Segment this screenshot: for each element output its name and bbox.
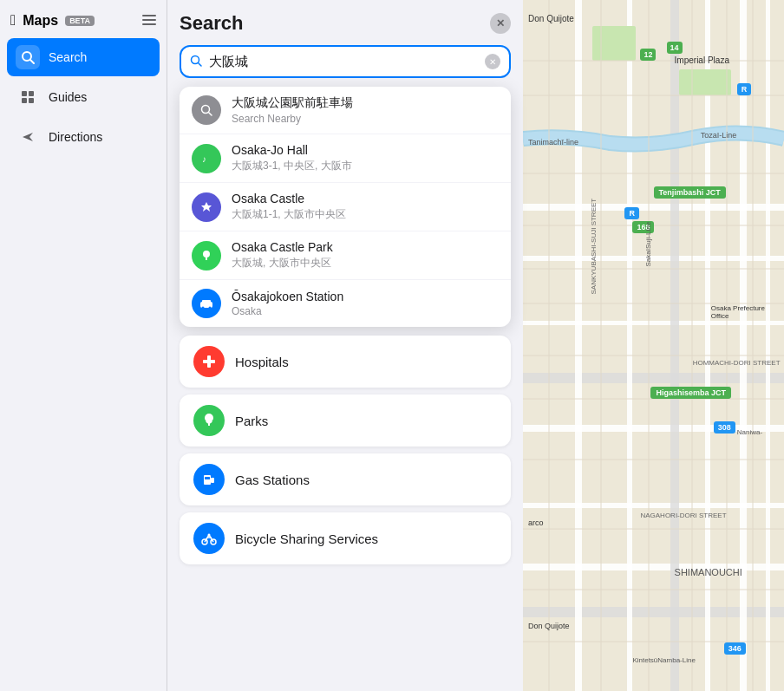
- map-label-naniwa: Naniwa-: [737, 428, 762, 436]
- category-item-hospitals[interactable]: Hospitals: [180, 336, 511, 388]
- svg-line-4: [30, 60, 34, 63]
- svg-rect-48: [679, 69, 731, 95]
- sidebar-nav: Search Guides Directions: [0, 38, 167, 156]
- svg-rect-0: [142, 15, 156, 16]
- app-title: Maps: [23, 13, 58, 29]
- svg-rect-16: [206, 257, 207, 260]
- search-input[interactable]: [209, 55, 478, 69]
- dropdown-subtitle-osaka-castle-park: 大阪城, 大阪市中央区: [232, 256, 333, 271]
- svg-rect-24: [208, 421, 210, 426]
- dropdown-item-osaka-castle[interactable]: Osaka Castle 大阪城1-1, 大阪市中央区: [180, 183, 511, 231]
- category-item-parks[interactable]: Parks: [180, 394, 511, 447]
- sidebar:  Maps BETA Search: [0, 0, 167, 691]
- dropdown-item-osaka-jo-hall[interactable]: ♪ Osaka-Jo Hall 大阪城3-1, 中央区, 大阪市: [180, 134, 511, 183]
- category-item-bicycle-sharing[interactable]: Bicycle Sharing Services: [180, 512, 511, 564]
- sidebar-item-directions[interactable]: Directions: [7, 118, 160, 156]
- search-icon-blue: [190, 55, 202, 69]
- map-marker-r2: R: [737, 83, 752, 95]
- map-road-14: 14: [667, 42, 683, 54]
- sidebar-item-search-label: Search: [49, 50, 87, 64]
- svg-rect-25: [204, 475, 211, 485]
- svg-point-20: [209, 307, 212, 310]
- category-label-bicycle-sharing: Bicycle Sharing Services: [235, 531, 378, 546]
- dropdown-title-osakajokoen: Ōsakajokoen Station: [232, 290, 343, 303]
- category-icon-bicycle-sharing: [193, 523, 225, 554]
- svg-rect-8: [29, 98, 34, 103]
- dropdown-icon-osakajokoen: [192, 289, 221, 318]
- sidebar-item-guides[interactable]: Guides: [7, 78, 160, 116]
- svg-rect-27: [205, 477, 210, 479]
- svg-rect-22: [203, 360, 215, 363]
- svg-rect-44: [705, 0, 710, 691]
- dropdown-icon-osaka-jo-hall: ♪: [192, 144, 221, 173]
- svg-rect-47: [592, 26, 636, 61]
- map-label-imperial-plaza: Imperial Plaza: [675, 55, 729, 65]
- svg-point-15: [203, 251, 210, 257]
- svg-point-19: [202, 307, 205, 310]
- map-label-hommachi: HOMMACHI-DORI STREET: [693, 359, 781, 367]
- category-label-hospitals: Hospitals: [235, 355, 289, 369]
- clear-input-button[interactable]: ✕: [485, 54, 500, 69]
- svg-rect-26: [211, 478, 214, 483]
- dropdown-subtitle-osaka-castle: 大阪城1-1, 大阪市中央区: [232, 207, 346, 222]
- map-area[interactable]: Don Quijote Imperial Plaza 14 12 Tanimac…: [523, 0, 784, 691]
- category-icon-hospitals: [193, 346, 225, 377]
- map-label-tanimachi: Tanimachī-line: [528, 138, 578, 147]
- map-marker-r1: R: [624, 207, 639, 219]
- dropdown-item-parking[interactable]: 大阪城公園駅前駐車場 Search Nearby: [180, 87, 511, 134]
- sidebar-toggle-button[interactable]: [142, 13, 156, 29]
- svg-rect-6: [29, 91, 34, 96]
- map-road-12: 12: [640, 49, 656, 61]
- close-button[interactable]: ✕: [490, 13, 511, 34]
- svg-rect-1: [142, 19, 156, 21]
- dropdown-subtitle-osaka-jo-hall: 大阪城3-1, 中央区, 大阪市: [232, 159, 352, 173]
- sidebar-item-directions-label: Directions: [49, 130, 102, 144]
- search-panel: Search ✕ ✕ 大阪城公園駅前駐車場 Search Nearby: [167, 0, 523, 691]
- map-label-sakasuji: SakaISuji-Line: [644, 222, 652, 267]
- category-icon-gas-stations: [193, 464, 225, 495]
- svg-point-23: [205, 414, 213, 422]
- search-icon: [16, 45, 40, 69]
- dropdown-item-osakajokoen[interactable]: Ōsakajokoen Station Osaka: [180, 280, 511, 327]
- svg-rect-2: [142, 23, 156, 25]
- map-label-kintetsu: KintetsüNamba-Line: [632, 656, 695, 664]
- dropdown-subtitle-parking: Search Nearby: [232, 113, 353, 125]
- svg-rect-5: [22, 91, 27, 96]
- category-icon-parks: [193, 405, 225, 436]
- map-label-shimanouchi: SHIMANOUCHI: [675, 567, 742, 577]
- directions-icon: [16, 125, 40, 149]
- dropdown-subtitle-osakajokoen: Osaka: [232, 305, 343, 317]
- map-label-osaka-prefecture: Osaka PrefectureOffice: [711, 304, 765, 320]
- map-label-tenjimbashi-jct: Tenjimbashi JCT: [654, 186, 726, 199]
- svg-line-10: [199, 62, 202, 66]
- svg-rect-43: [670, 0, 679, 691]
- map-label-don-quijote-2: Don Quijote: [528, 622, 570, 630]
- map-label-tozai: TozaI-Line: [701, 131, 737, 140]
- dropdown-text-osakajokoen: Ōsakajokoen Station Osaka: [232, 290, 343, 317]
- dropdown-icon-osaka-castle-park: [192, 241, 221, 271]
- search-input-wrapper: ✕: [180, 45, 511, 78]
- map-label-don-quijote-1: Don Quijote: [528, 14, 574, 23]
- svg-rect-7: [22, 98, 27, 103]
- category-list: Hospitals Parks Gas Stations: [180, 336, 511, 577]
- app-header:  Maps BETA: [0, 9, 167, 38]
- dropdown-text-osaka-castle: Osaka Castle 大阪城1-1, 大阪市中央区: [232, 192, 346, 222]
- dropdown-text-parking: 大阪城公園駅前駐車場 Search Nearby: [232, 95, 353, 125]
- category-item-gas-stations[interactable]: Gas Stations: [180, 453, 511, 505]
- svg-rect-45: [740, 0, 747, 691]
- dropdown-text-osaka-jo-hall: Osaka-Jo Hall 大阪城3-1, 中央区, 大阪市: [232, 143, 352, 173]
- search-dropdown: 大阪城公園駅前駐車場 Search Nearby ♪ Osaka-Jo Hall…: [180, 87, 511, 327]
- sidebar-item-search[interactable]: Search: [7, 38, 160, 76]
- map-label-sankyubashi: SANKYUBASHI-SUJI STREET: [590, 199, 598, 295]
- dropdown-title-osaka-jo-hall: Osaka-Jo Hall: [232, 143, 352, 157]
- dropdown-icon-osaka-castle: [192, 192, 221, 222]
- svg-point-30: [208, 534, 211, 537]
- map-road-346: 346: [724, 642, 746, 655]
- map-label-arco: arco: [528, 518, 544, 527]
- svg-text:♪: ♪: [202, 154, 206, 164]
- svg-line-12: [209, 113, 212, 116]
- dropdown-title-osaka-castle: Osaka Castle: [232, 192, 346, 205]
- map-label-higashisemba-jct: Higashisemba JCT: [650, 387, 731, 399]
- map-label-nagahori: NAGAHORI-DORI STREET: [640, 512, 726, 519]
- dropdown-item-osaka-castle-park[interactable]: Osaka Castle Park 大阪城, 大阪市中央区: [180, 231, 511, 280]
